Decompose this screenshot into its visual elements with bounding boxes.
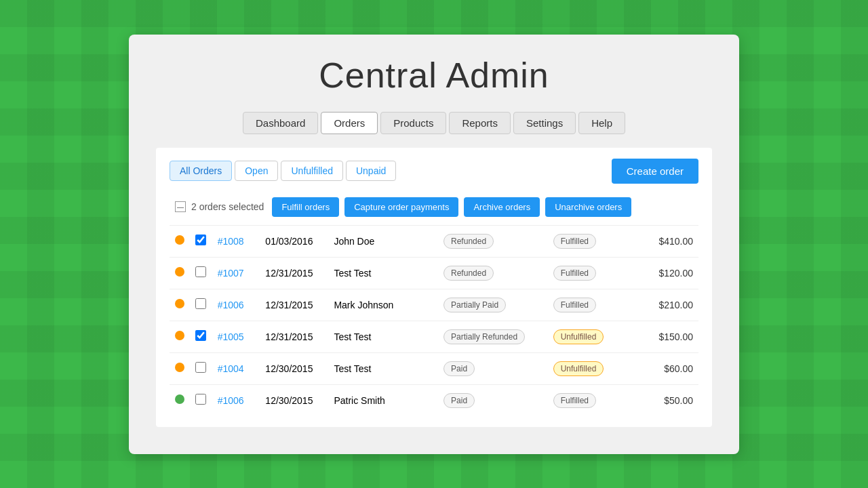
table-row: #1006 12/30/2015 Patric Smith Paid Fulfi… bbox=[170, 384, 698, 416]
nav-btn-products[interactable]: Products bbox=[380, 112, 446, 134]
order-amount: $60.00 bbox=[637, 352, 698, 384]
row-checkbox-cell[interactable] bbox=[190, 384, 212, 416]
customer-name: Test Test bbox=[328, 321, 438, 352]
fulfillment-status: Fulfilled bbox=[548, 289, 637, 321]
fulfillment-badge: Fulfilled bbox=[553, 298, 596, 312]
payment-badge: Partially Paid bbox=[443, 298, 506, 312]
table-row: #1004 12/30/2015 Test Test Paid Unfulfil… bbox=[170, 352, 698, 384]
row-dot bbox=[170, 352, 190, 384]
nav-btn-settings[interactable]: Settings bbox=[513, 112, 576, 134]
bulk-btn-capture[interactable]: Capture order payments bbox=[344, 197, 458, 217]
payment-status: Paid bbox=[438, 384, 548, 416]
order-amount: $410.00 bbox=[637, 226, 698, 258]
table-row: #1005 12/31/2015 Test Test Partially Ref… bbox=[170, 321, 698, 352]
order-id[interactable]: #1006 bbox=[212, 289, 260, 321]
orders-header: All OrdersOpenUnfulfilledUnpaid Create o… bbox=[170, 159, 698, 184]
fulfillment-status: Fulfilled bbox=[548, 384, 637, 416]
order-date: 12/31/2015 bbox=[260, 257, 328, 289]
row-checkbox[interactable] bbox=[195, 394, 206, 405]
row-checkbox-cell[interactable] bbox=[190, 289, 212, 321]
order-tab-unpaid[interactable]: Unpaid bbox=[346, 161, 396, 181]
order-link[interactable]: #1005 bbox=[218, 331, 244, 342]
select-all-checkbox[interactable] bbox=[175, 201, 186, 212]
row-checkbox[interactable] bbox=[195, 298, 206, 309]
fulfillment-status: Fulfilled bbox=[548, 257, 637, 289]
order-link[interactable]: #1008 bbox=[218, 236, 244, 247]
create-order-button[interactable]: Create order bbox=[612, 159, 698, 184]
status-dot bbox=[175, 299, 184, 308]
bulk-btn-fulfill[interactable]: Fulfill orders bbox=[272, 197, 339, 217]
fulfillment-badge: Fulfilled bbox=[553, 266, 596, 281]
nav-bar: DashboardOrdersProductsReportsSettingsHe… bbox=[156, 112, 712, 134]
fulfillment-status: Fulfilled bbox=[548, 226, 637, 258]
payment-badge: Paid bbox=[443, 393, 475, 408]
row-checkbox-cell[interactable] bbox=[190, 226, 212, 258]
status-dot bbox=[175, 331, 184, 340]
order-id[interactable]: #1008 bbox=[212, 226, 260, 258]
order-amount: $150.00 bbox=[637, 321, 698, 352]
row-checkbox-cell[interactable] bbox=[190, 257, 212, 289]
fulfillment-status: Unfulfilled bbox=[548, 352, 637, 384]
order-id[interactable]: #1006 bbox=[212, 384, 260, 416]
order-link[interactable]: #1004 bbox=[218, 363, 244, 374]
row-checkbox-cell[interactable] bbox=[190, 321, 212, 352]
payment-badge: Refunded bbox=[443, 234, 494, 249]
nav-btn-orders[interactable]: Orders bbox=[321, 112, 378, 134]
order-id[interactable]: #1004 bbox=[212, 352, 260, 384]
order-date: 12/30/2015 bbox=[260, 384, 328, 416]
order-amount: $50.00 bbox=[637, 384, 698, 416]
order-tab-unfulfilled[interactable]: Unfulfilled bbox=[281, 161, 342, 181]
payment-badge: Paid bbox=[443, 361, 475, 376]
row-checkbox-cell[interactable] bbox=[190, 352, 212, 384]
row-checkbox[interactable] bbox=[195, 330, 206, 341]
bulk-btn-archive[interactable]: Archive orders bbox=[464, 197, 540, 217]
row-checkbox[interactable] bbox=[195, 362, 206, 373]
order-tab-all[interactable]: All Orders bbox=[170, 161, 232, 181]
fulfillment-badge: Unfulfilled bbox=[553, 329, 604, 344]
order-date: 12/31/2015 bbox=[260, 321, 328, 352]
nav-btn-help[interactable]: Help bbox=[578, 112, 625, 134]
content-area: All OrdersOpenUnfulfilledUnpaid Create o… bbox=[156, 148, 712, 427]
table-row: #1008 01/03/2016 John Doe Refunded Fulfi… bbox=[170, 226, 698, 258]
row-dot bbox=[170, 257, 190, 289]
customer-name: Patric Smith bbox=[328, 384, 438, 416]
row-dot bbox=[170, 289, 190, 321]
status-dot bbox=[175, 267, 184, 277]
row-checkbox[interactable] bbox=[195, 235, 206, 245]
fulfillment-badge: Fulfilled bbox=[553, 234, 596, 249]
fulfillment-badge: Unfulfilled bbox=[553, 361, 604, 376]
payment-badge: Refunded bbox=[443, 266, 494, 281]
orders-table: #1008 01/03/2016 John Doe Refunded Fulfi… bbox=[170, 226, 698, 416]
customer-name: Mark Johnson bbox=[328, 289, 438, 321]
bulk-btn-unarchive[interactable]: Unarchive orders bbox=[545, 197, 631, 217]
order-date: 12/31/2015 bbox=[260, 289, 328, 321]
row-checkbox[interactable] bbox=[195, 266, 206, 277]
payment-status: Refunded bbox=[438, 257, 548, 289]
customer-name: Test Test bbox=[328, 352, 438, 384]
payment-status: Refunded bbox=[438, 226, 548, 258]
fulfillment-status: Unfulfilled bbox=[548, 321, 637, 352]
payment-status: Paid bbox=[438, 352, 548, 384]
order-link[interactable]: #1006 bbox=[218, 300, 244, 310]
order-amount: $120.00 bbox=[637, 257, 698, 289]
table-row: #1007 12/31/2015 Test Test Refunded Fulf… bbox=[170, 257, 698, 289]
row-dot bbox=[170, 226, 190, 258]
bulk-actions-bar: 2 orders selected Fulfill ordersCapture … bbox=[170, 192, 698, 226]
order-link[interactable]: #1007 bbox=[218, 268, 244, 279]
order-link[interactable]: #1006 bbox=[218, 395, 244, 406]
customer-name: Test Test bbox=[328, 257, 438, 289]
payment-status: Partially Refunded bbox=[438, 321, 548, 352]
nav-btn-dashboard[interactable]: Dashboard bbox=[243, 112, 318, 134]
table-row: #1006 12/31/2015 Mark Johnson Partially … bbox=[170, 289, 698, 321]
main-card: Central Admin DashboardOrdersProductsRep… bbox=[129, 35, 739, 454]
payment-status: Partially Paid bbox=[438, 289, 548, 321]
row-dot bbox=[170, 384, 190, 416]
order-amount: $210.00 bbox=[637, 289, 698, 321]
fulfillment-badge: Fulfilled bbox=[553, 393, 596, 408]
nav-btn-reports[interactable]: Reports bbox=[449, 112, 511, 134]
payment-badge: Partially Refunded bbox=[443, 329, 525, 344]
order-tab-open[interactable]: Open bbox=[235, 161, 278, 181]
order-id[interactable]: #1007 bbox=[212, 257, 260, 289]
order-id[interactable]: #1005 bbox=[212, 321, 260, 352]
app-title: Central Admin bbox=[156, 55, 712, 96]
